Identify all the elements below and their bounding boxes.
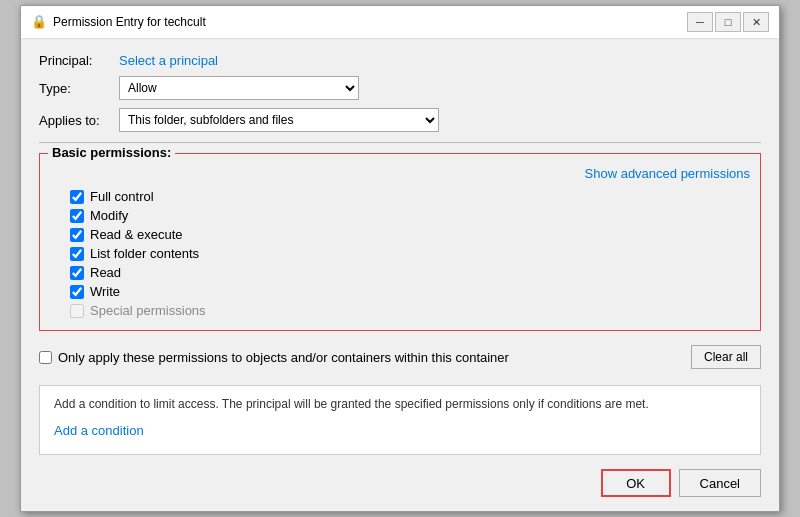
principal-row: Principal: Select a principal (39, 53, 761, 68)
only-apply-checkbox[interactable] (39, 351, 52, 364)
only-apply-row: Only apply these permissions to objects … (39, 339, 761, 375)
clear-all-button[interactable]: Clear all (691, 345, 761, 369)
title-bar-left: 🔒 Permission Entry for techcult (31, 14, 206, 30)
perm-read-label[interactable]: Read (90, 265, 121, 280)
applies-to-row: Applies to: This folder, subfolders and … (39, 108, 761, 132)
perm-modify-label[interactable]: Modify (90, 208, 128, 223)
close-button[interactable]: ✕ (743, 12, 769, 32)
window-body: Principal: Select a principal Type: Allo… (21, 39, 779, 511)
add-condition-link[interactable]: Add a condition (54, 423, 144, 438)
perm-full-control-label[interactable]: Full control (90, 189, 154, 204)
select-principal-link[interactable]: Select a principal (119, 53, 218, 68)
perm-modify-checkbox[interactable] (70, 209, 84, 223)
ok-button[interactable]: OK (601, 469, 671, 497)
perm-write-item: Write (70, 284, 750, 299)
perm-write-checkbox[interactable] (70, 285, 84, 299)
window-icon: 🔒 (31, 14, 47, 30)
only-apply-label[interactable]: Only apply these permissions to objects … (58, 350, 509, 365)
title-bar: 🔒 Permission Entry for techcult ─ □ ✕ (21, 6, 779, 39)
title-buttons: ─ □ ✕ (687, 12, 769, 32)
perm-read-execute-item: Read & execute (70, 227, 750, 242)
type-select[interactable]: Allow Deny (119, 76, 359, 100)
perm-list-folder-label[interactable]: List folder contents (90, 246, 199, 261)
perm-modify-item: Modify (70, 208, 750, 223)
footer-buttons: OK Cancel (39, 465, 761, 501)
type-row: Type: Allow Deny (39, 76, 761, 100)
perm-read-execute-checkbox[interactable] (70, 228, 84, 242)
applies-to-select[interactable]: This folder, subfolders and files This f… (119, 108, 439, 132)
basic-permissions-section: Basic permissions: Show advanced permiss… (39, 153, 761, 331)
window-title: Permission Entry for techcult (53, 15, 206, 29)
basic-permissions-label: Basic permissions: (48, 145, 175, 160)
perm-special-label: Special permissions (90, 303, 206, 318)
perm-full-control-checkbox[interactable] (70, 190, 84, 204)
perm-read-item: Read (70, 265, 750, 280)
perm-special-item: Special permissions (70, 303, 750, 318)
minimize-button[interactable]: ─ (687, 12, 713, 32)
perm-write-label[interactable]: Write (90, 284, 120, 299)
principal-label: Principal: (39, 53, 119, 68)
type-label: Type: (39, 81, 119, 96)
permissions-top-row: Show advanced permissions (50, 166, 750, 181)
condition-section: Add a condition to limit access. The pri… (39, 385, 761, 455)
show-advanced-link[interactable]: Show advanced permissions (585, 166, 750, 181)
perm-read-execute-label[interactable]: Read & execute (90, 227, 183, 242)
permissions-checkbox-list: Full control Modify Read & execute List … (50, 189, 750, 318)
applies-to-label: Applies to: (39, 113, 119, 128)
condition-text: Add a condition to limit access. The pri… (54, 396, 746, 413)
perm-full-control-item: Full control (70, 189, 750, 204)
perm-list-folder-item: List folder contents (70, 246, 750, 261)
maximize-button[interactable]: □ (715, 12, 741, 32)
cancel-button[interactable]: Cancel (679, 469, 761, 497)
perm-special-checkbox (70, 304, 84, 318)
divider-1 (39, 142, 761, 143)
perm-read-checkbox[interactable] (70, 266, 84, 280)
permission-entry-window: 🔒 Permission Entry for techcult ─ □ ✕ Pr… (20, 5, 780, 512)
perm-list-folder-checkbox[interactable] (70, 247, 84, 261)
only-apply-left: Only apply these permissions to objects … (39, 350, 509, 365)
